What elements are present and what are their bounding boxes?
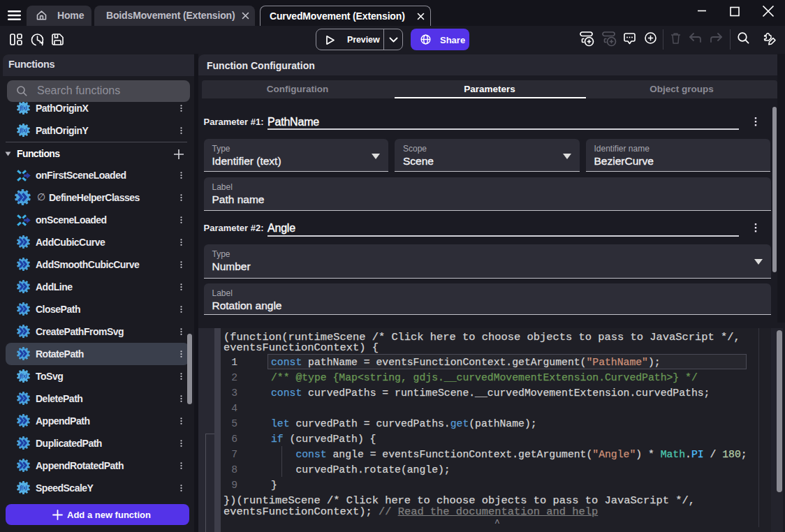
svg-text:f(x): f(x) [20, 373, 27, 379]
svg-text:f(x): f(x) [20, 127, 27, 133]
svg-text:f(x): f(x) [20, 105, 27, 111]
svg-text:f(x): f(x) [20, 485, 27, 491]
